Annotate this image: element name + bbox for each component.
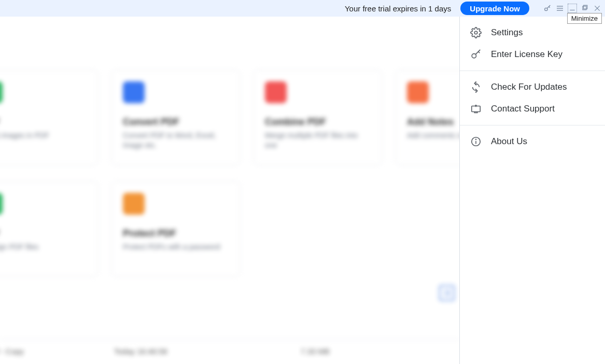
convert-title: Convert PDF: [123, 117, 229, 128]
menu-license[interactable]: Enter License Key: [460, 44, 605, 65]
info-icon: [470, 136, 482, 147]
recent-file-name: ers of - Copy: [0, 347, 114, 356]
recent-file-size: 7.33 MB: [301, 347, 404, 356]
menu-about[interactable]: About Us: [460, 131, 605, 152]
sign-title: PDF: [0, 228, 87, 239]
svg-rect-6: [584, 5, 587, 9]
protect-card[interactable]: Protect PDF Protect PDFs with a password: [111, 181, 241, 277]
key-icon: [470, 49, 482, 60]
sign-card[interactable]: PDF ally sign PDF files: [0, 181, 99, 277]
menu-icon[interactable]: [555, 4, 565, 13]
protect-title: Protect PDF: [123, 228, 229, 239]
edit-title: PDF: [0, 117, 87, 128]
close-button[interactable]: [593, 4, 602, 13]
svg-rect-5: [583, 6, 586, 10]
minimize-button[interactable]: [568, 4, 577, 13]
menu-support-label: Contact Support: [491, 104, 555, 114]
svg-point-15: [474, 31, 477, 34]
recent-file-date: Today 16:46:58: [114, 347, 301, 356]
svg-point-0: [545, 8, 547, 10]
trial-text: Your free trial expires in 1 days: [345, 4, 451, 13]
svg-point-16: [472, 54, 476, 58]
edit-desc: text & images in PDF: [0, 131, 87, 141]
minimize-tooltip: Minimize: [567, 13, 602, 24]
protect-desc: Protect PDFs with a password: [123, 242, 229, 252]
sign-desc: ally sign PDF files: [0, 242, 87, 252]
menu-updates[interactable]: Check For Updates: [460, 76, 605, 98]
menu-settings[interactable]: Settings: [460, 22, 605, 44]
trial-banner: Your free trial expires in 1 days Upgrad…: [0, 0, 605, 17]
window-controls: [543, 4, 602, 13]
upgrade-button[interactable]: Upgrade Now: [460, 2, 529, 15]
combine-card[interactable]: Combine PDF Merge multiple PDF files int…: [253, 69, 383, 165]
list-view-icon[interactable]: [439, 285, 455, 301]
combine-title: Combine PDF: [265, 117, 371, 128]
menu-license-label: Enter License Key: [491, 49, 562, 60]
key-icon[interactable]: [543, 4, 552, 13]
svg-point-20: [476, 139, 476, 139]
app-menu: Settings Enter License Key Check For Upd…: [459, 17, 605, 364]
gear-icon: [470, 27, 482, 38]
convert-card[interactable]: Convert PDF Convert PDF to Word, Excel, …: [111, 69, 241, 165]
refresh-icon: [470, 81, 482, 93]
combine-desc: Merge multiple PDF files into one: [265, 131, 371, 150]
menu-support[interactable]: Contact Support: [460, 98, 605, 120]
menu-settings-label: Settings: [491, 27, 523, 38]
support-icon: [470, 103, 482, 115]
maximize-button[interactable]: [580, 4, 589, 13]
recent-file-row[interactable]: ers of - Copy Today 16:46:58 7.33 MB: [0, 339, 460, 364]
menu-about-label: About Us: [491, 136, 527, 147]
convert-desc: Convert PDF to Word, Excel, Image etc.: [123, 131, 229, 150]
edit-card[interactable]: PDF text & images in PDF: [0, 69, 99, 165]
menu-updates-label: Check For Updates: [491, 82, 567, 92]
